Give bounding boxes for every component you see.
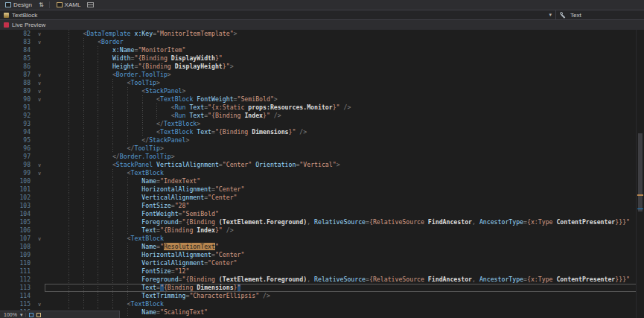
code-text[interactable]: VerticalAlignment="Center" — [45, 194, 644, 202]
glyph-margin[interactable] — [0, 87, 10, 95]
line-number[interactable]: 86 — [10, 63, 34, 71]
glyph-margin[interactable] — [0, 210, 10, 218]
code-text[interactable]: <Run Text="{Binding Index}" /> — [45, 112, 644, 120]
chevron-down-icon[interactable]: ▾ — [20, 312, 23, 318]
glyph-margin[interactable] — [0, 136, 10, 144]
line-number[interactable]: 98 — [10, 161, 34, 169]
glyph-margin[interactable] — [0, 218, 10, 226]
glyph-margin[interactable] — [0, 292, 10, 300]
code-text[interactable]: VerticalAlignment="Center" — [45, 259, 644, 267]
code-line[interactable]: 94 <TextBlock Text="{Binding Dimensions}… — [0, 128, 644, 136]
code-line[interactable]: 113 Text="{Binding Dimensions}" — [0, 284, 644, 292]
glyph-margin[interactable] — [0, 144, 10, 153]
code-line[interactable]: 85 Width="{Binding DisplayWidth}" — [0, 54, 644, 63]
grid-toggle-icon[interactable] — [29, 313, 34, 317]
code-text[interactable]: <TextBlock — [45, 169, 644, 177]
fold-marker[interactable]: ∨ — [34, 235, 45, 243]
glyph-margin[interactable] — [0, 185, 10, 194]
line-number[interactable]: 93 — [10, 120, 34, 128]
code-text[interactable]: FontWeight="SemiBold" — [45, 210, 644, 218]
code-line[interactable]: 86 Height="{Binding DisplayHeight}"> — [0, 63, 644, 71]
line-number[interactable]: 94 — [10, 128, 34, 136]
line-number[interactable]: 113 — [10, 284, 34, 292]
code-text[interactable]: FontSize="12" — [45, 267, 644, 276]
code-text[interactable]: HorizontalAlignment="Center" — [45, 185, 644, 194]
code-line[interactable]: 88∨ <ToolTip> — [0, 79, 644, 87]
glyph-margin[interactable] — [0, 259, 10, 267]
code-text[interactable]: Name="IndexText" — [45, 177, 644, 185]
glyph-margin[interactable] — [0, 54, 10, 63]
line-number[interactable]: 85 — [10, 54, 34, 63]
code-line[interactable]: 84 x:Name="MonitorItem" — [0, 46, 644, 54]
glyph-margin[interactable] — [0, 267, 10, 276]
code-line[interactable]: 114 TextTrimming="CharacterEllipsis" /> — [0, 292, 644, 300]
code-text[interactable]: FontSize="28" — [45, 202, 644, 210]
line-number[interactable]: 83 — [10, 38, 34, 46]
code-text[interactable]: TextTrimming="CharacterEllipsis" /> — [45, 292, 644, 300]
line-number[interactable]: 97 — [10, 153, 34, 161]
glyph-margin[interactable] — [0, 95, 10, 104]
line-number[interactable]: 108 — [10, 243, 34, 251]
code-line[interactable]: 99∨ <TextBlock — [0, 169, 644, 177]
code-text[interactable]: </ToolTip> — [45, 144, 644, 153]
snap-toggle-icon[interactable] — [36, 313, 41, 317]
line-number[interactable]: 106 — [10, 226, 34, 235]
glyph-margin[interactable] — [0, 243, 10, 251]
glyph-margin[interactable] — [0, 194, 10, 202]
code-line[interactable]: 97 </Border.ToolTip> — [0, 153, 644, 161]
line-number[interactable]: 114 — [10, 292, 34, 300]
line-number[interactable]: 109 — [10, 251, 34, 259]
live-preview-label[interactable]: Live Preview — [12, 22, 45, 28]
code-line[interactable]: 98∨ <StackPanel VerticalAlignment="Cente… — [0, 161, 644, 169]
code-editor[interactable]: 82∨ <DataTemplate x:Key="MonitorItemTemp… — [0, 30, 644, 318]
fold-marker[interactable]: ∨ — [34, 38, 45, 46]
code-line[interactable]: 87∨ <Border.ToolTip> — [0, 71, 644, 79]
glyph-margin[interactable] — [0, 112, 10, 120]
code-line[interactable]: 93 </TextBlock> — [0, 120, 644, 128]
glyph-margin[interactable] — [0, 153, 10, 161]
fold-marker[interactable]: ∨ — [34, 79, 45, 87]
line-number[interactable]: 103 — [10, 202, 34, 210]
fold-marker[interactable]: ∨ — [34, 169, 45, 177]
code-line[interactable]: 106 Text="{Binding Index}" /> — [0, 226, 644, 235]
vertical-scrollbar[interactable] — [636, 30, 644, 318]
glyph-margin[interactable] — [0, 46, 10, 54]
fold-marker[interactable]: ∨ — [34, 87, 45, 95]
element-dropdown[interactable]: TextBlock ▾ — [0, 10, 555, 19]
glyph-margin[interactable] — [0, 71, 10, 79]
code-text[interactable]: <Run Text="{x:Static props:Resources.Mon… — [45, 104, 644, 112]
scrollbar-thumb[interactable] — [638, 133, 643, 211]
code-line[interactable]: 103 FontSize="28" — [0, 202, 644, 210]
code-line[interactable]: 110 VerticalAlignment="Center" — [0, 259, 644, 267]
line-number[interactable]: 88 — [10, 79, 34, 87]
code-text[interactable]: <TextBlock — [45, 235, 644, 243]
code-text[interactable]: <TextBlock FontWeight="SemiBold"> — [45, 95, 644, 104]
code-line[interactable]: 82∨ <DataTemplate x:Key="MonitorItemTemp… — [0, 30, 644, 38]
code-text[interactable]: Name="ScalingText" — [45, 308, 644, 317]
code-line[interactable]: 89∨ <StackPanel> — [0, 87, 644, 95]
code-line[interactable]: 105 Foreground="{Binding (TextElement.Fo… — [0, 218, 644, 226]
fold-marker[interactable]: ∨ — [34, 300, 45, 308]
glyph-margin[interactable] — [0, 202, 10, 210]
code-line[interactable]: 92 <Run Text="{Binding Index}" /> — [0, 112, 644, 120]
code-text[interactable]: </TextBlock> — [45, 120, 644, 128]
glyph-margin[interactable] — [0, 226, 10, 235]
code-text[interactable]: <StackPanel> — [45, 87, 644, 95]
code-text[interactable]: <Border — [45, 38, 644, 46]
glyph-margin[interactable] — [0, 63, 10, 71]
glyph-margin[interactable] — [0, 251, 10, 259]
code-text[interactable]: x:Name="MonitorItem" — [45, 46, 644, 54]
code-line[interactable]: 107∨ <TextBlock — [0, 235, 644, 243]
code-text[interactable]: <ToolTip> — [45, 79, 644, 87]
line-number[interactable]: 111 — [10, 267, 34, 276]
code-line[interactable]: 112 Foreground="{Binding (TextElement.Fo… — [0, 276, 644, 284]
member-dropdown[interactable]: Text — [555, 10, 644, 19]
code-line[interactable]: 115∨ <TextBlock — [0, 300, 644, 308]
glyph-margin[interactable] — [0, 276, 10, 284]
glyph-margin[interactable] — [0, 161, 10, 169]
line-number[interactable]: 112 — [10, 276, 34, 284]
line-number[interactable]: 105 — [10, 218, 34, 226]
line-number[interactable]: 110 — [10, 259, 34, 267]
code-text[interactable]: Width="{Binding DisplayWidth}" — [45, 54, 644, 63]
line-number[interactable]: 96 — [10, 144, 34, 153]
